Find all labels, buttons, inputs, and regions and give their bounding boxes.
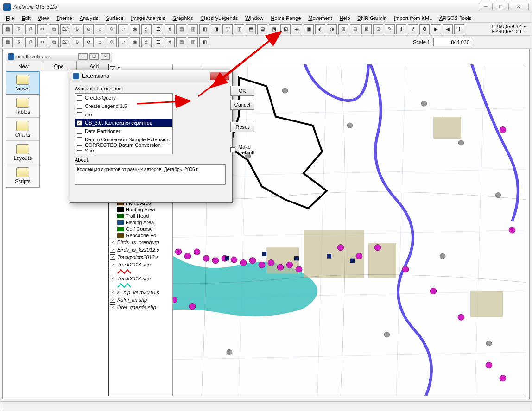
- maximize-button[interactable]: ☐: [494, 3, 507, 11]
- toolbar-button-tb2-11[interactable]: ◉: [130, 37, 140, 47]
- extension-item[interactable]: CORRECTED Datum Conversion Sam: [75, 144, 172, 152]
- menu-dnr-garmin[interactable]: DNR Garmin: [354, 14, 390, 22]
- extension-checkbox[interactable]: [77, 137, 82, 142]
- menu-classifylegends[interactable]: ClassifyLegends: [197, 14, 242, 22]
- menu-import-from-kml[interactable]: Import from KML: [390, 14, 436, 22]
- toolbar-button-tb1-10[interactable]: ⤢: [118, 24, 128, 34]
- extensions-close-button[interactable]: ✕: [210, 72, 229, 80]
- extension-item[interactable]: Data Partitioner: [75, 127, 172, 135]
- toolbar-button-tb1-17[interactable]: ◧: [199, 24, 209, 34]
- layer-checkbox[interactable]: ✓: [110, 240, 115, 245]
- toolbar-button-tb1-37[interactable]: ▶: [431, 24, 441, 34]
- ok-button[interactable]: OK: [230, 86, 254, 96]
- toolbar-button-tb2-17[interactable]: ◧: [199, 37, 209, 47]
- toolbar-button-tb2-12[interactable]: ◎: [141, 37, 152, 47]
- menu-edit[interactable]: Edit: [18, 14, 34, 22]
- toolbar-button-tb2-7[interactable]: ⊖: [83, 37, 94, 47]
- toolbar-button-tb2-9[interactable]: ✥: [107, 37, 117, 47]
- extension-checkbox[interactable]: [77, 112, 82, 117]
- toolbar-button-tb1-2[interactable]: ⎙: [25, 24, 36, 34]
- project-category-charts[interactable]: Charts: [6, 118, 39, 141]
- toolbar-button-tb1-8[interactable]: ⌂: [95, 24, 105, 34]
- toolbar-button-tb1-9[interactable]: ✥: [107, 24, 117, 34]
- reset-button[interactable]: Reset: [230, 122, 254, 132]
- extension-checkbox[interactable]: [77, 129, 82, 134]
- layer-checkbox[interactable]: ✓: [110, 262, 115, 267]
- layer-checkbox[interactable]: ✓: [110, 304, 115, 310]
- menu-image-analysis[interactable]: Image Analysis: [127, 14, 169, 22]
- project-titlebar[interactable]: middlevolga.a... ─ ☐ ✕: [6, 52, 112, 61]
- toc-layer[interactable]: ✓A_nip_kalm2010.s: [109, 289, 172, 296]
- project-close-button[interactable]: ✕: [101, 53, 110, 60]
- toolbar-button-tb2-15[interactable]: ▤: [176, 37, 186, 47]
- toolbar-button-tb2-3[interactable]: ✂: [37, 37, 47, 47]
- toolbar-button-tb1-22[interactable]: ⬓: [257, 24, 267, 34]
- project-category-tables[interactable]: Tables: [6, 95, 39, 118]
- toolbar-button-tb1-13[interactable]: ☰: [153, 24, 163, 34]
- toolbar-button-tb1-3[interactable]: ✂: [37, 24, 47, 34]
- toolbar-button-tb1-36[interactable]: ⚙: [419, 24, 430, 34]
- layer-checkbox[interactable]: ✓: [110, 297, 115, 303]
- menu-graphics[interactable]: Graphics: [169, 14, 197, 22]
- toolbar-button-tb1-5[interactable]: ⌦: [60, 24, 70, 34]
- toc-layer[interactable]: ✓Birds_rs_orenburg: [109, 239, 172, 246]
- toc-layer[interactable]: ✓Birds_rs_kz2012.s: [109, 246, 172, 253]
- toolbar-button-tb2-0[interactable]: ▦: [2, 37, 13, 47]
- menu-window[interactable]: Window: [241, 14, 267, 22]
- toolbar-button-tb1-30[interactable]: ⊟: [350, 24, 360, 34]
- cancel-button[interactable]: Cancel: [230, 100, 254, 110]
- toolbar-button-tb1-18[interactable]: ◨: [211, 24, 221, 34]
- project-category-scripts[interactable]: Scripts: [6, 164, 39, 187]
- toolbar-button-tb1-25[interactable]: ◈: [292, 24, 302, 34]
- toolbar-button-tb2-8[interactable]: ⌂: [95, 37, 105, 47]
- menu-home-range[interactable]: Home Range: [267, 14, 304, 22]
- extension-item[interactable]: Create Legend 1.5: [75, 102, 172, 110]
- toc-layer[interactable]: ✓Kalm_an.shp: [109, 296, 172, 304]
- toolbar-button-tb1-21[interactable]: ⬒: [246, 24, 256, 34]
- toolbar-button-tb1-32[interactable]: ⊡: [373, 24, 383, 34]
- project-tab-new[interactable]: New: [6, 61, 41, 71]
- toc-layer[interactable]: ✓Orel_gnezda.shp: [109, 304, 172, 311]
- toolbar-button-tb1-33[interactable]: ✎: [385, 24, 395, 34]
- toolbar-button-tb1-6[interactable]: ⊕: [72, 24, 82, 34]
- extension-checkbox[interactable]: [77, 145, 82, 151]
- toolbar-button-tb1-15[interactable]: ▤: [176, 24, 186, 34]
- toolbar-button-tb2-10[interactable]: ⤢: [118, 37, 128, 47]
- project-category-layouts[interactable]: Layouts: [6, 141, 39, 164]
- minimize-button[interactable]: ─: [479, 3, 493, 11]
- toolbar-button-tb2-5[interactable]: ⌦: [60, 37, 70, 47]
- toolbar-button-tb1-35[interactable]: ?: [408, 24, 418, 34]
- toolbar-button-tb1-16[interactable]: ▥: [188, 24, 198, 34]
- toolbar-button-tb1-34[interactable]: ℹ: [396, 24, 406, 34]
- toolbar-button-tb2-14[interactable]: ↯: [165, 37, 175, 47]
- toolbar-button-tb1-39[interactable]: ⬆: [454, 24, 464, 34]
- extension-checkbox[interactable]: [77, 104, 82, 109]
- toolbar-button-tb2-16[interactable]: ▥: [188, 37, 198, 47]
- menu-file[interactable]: File: [2, 14, 18, 22]
- menu-movement[interactable]: Movement: [304, 14, 336, 22]
- toolbar-button-tb1-0[interactable]: ▦: [2, 24, 13, 34]
- toolbar-button-tb1-4[interactable]: ⧉: [49, 24, 59, 34]
- menu-help[interactable]: Help: [336, 14, 354, 22]
- project-restore-button[interactable]: ☐: [89, 53, 99, 60]
- toolbar-button-tb2-13[interactable]: ☰: [153, 37, 163, 47]
- toolbar-button-tb1-11[interactable]: ◉: [130, 24, 140, 34]
- layer-checkbox[interactable]: ✓: [110, 290, 115, 295]
- extension-checkbox[interactable]: [77, 95, 82, 101]
- menu-surface[interactable]: Surface: [102, 14, 127, 22]
- menu-view[interactable]: View: [34, 14, 53, 22]
- project-minimize-button[interactable]: ─: [78, 53, 88, 60]
- toc-layer[interactable]: ✓Trackpoints2013.s: [109, 253, 172, 261]
- toolbar-button-tb2-6[interactable]: ⊕: [72, 37, 82, 47]
- extensions-list[interactable]: Create-QueryCreate Legend 1.5cro✓CS_3.0.…: [75, 93, 173, 154]
- layer-checkbox[interactable]: ✓: [110, 276, 115, 281]
- layer-checkbox[interactable]: ✓: [110, 254, 115, 260]
- toolbar-button-tb1-24[interactable]: ⬕: [280, 24, 291, 34]
- toc-layer[interactable]: ✓Track2013.shp: [109, 261, 172, 268]
- extension-item[interactable]: ✓CS_3.0. Коллекция скриптов: [75, 119, 172, 127]
- toolbar-button-tb1-20[interactable]: ◫: [234, 24, 244, 34]
- toolbar-button-tb2-2[interactable]: ⎙: [25, 37, 36, 47]
- menu-analysis[interactable]: Analysis: [76, 14, 102, 22]
- toolbar-button-tb2-1[interactable]: ⎘: [14, 37, 24, 47]
- layer-checkbox[interactable]: ✓: [110, 247, 115, 253]
